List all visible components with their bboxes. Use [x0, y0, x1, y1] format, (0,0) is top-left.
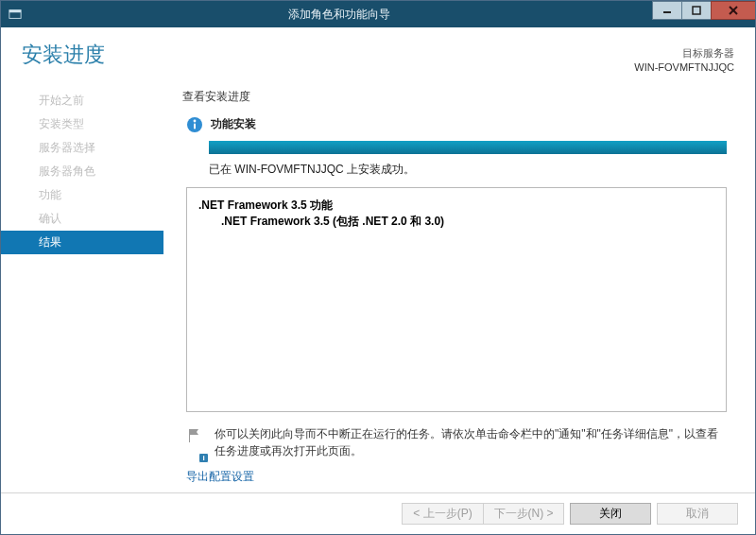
nav-before-you-begin: 开始之前	[22, 89, 163, 112]
next-button: 下一步(N) >	[483, 503, 564, 525]
target-server-name: WIN-FOVMFTNJJQC	[634, 60, 734, 75]
flag-icon: i	[186, 427, 205, 459]
maximize-button[interactable]	[681, 1, 712, 20]
flag-badge: i	[198, 453, 209, 463]
feature-item: .NET Framework 3.5 (包括 .NET 2.0 和 3.0)	[221, 214, 714, 230]
button-bar: < 上一步(P) 下一步(N) > 关闭 取消	[1, 492, 755, 534]
install-status-text: 功能安装	[211, 116, 256, 132]
svg-rect-3	[693, 7, 700, 14]
feature-group: .NET Framework 3.5 功能	[198, 198, 714, 214]
install-done-line: 已在 WIN-FOVMFTNJJQC 上安装成功。	[209, 162, 734, 178]
results-panel: 查看安装进度 功能安装 已在 WIN-FOVMFTNJJQC 上安装成功。 .N…	[180, 85, 734, 485]
close-note-text: 你可以关闭此向导而不中断正在运行的任务。请依次单击命令栏中的"通知"和"任务详细…	[215, 425, 727, 459]
previous-button: < 上一步(P)	[402, 503, 483, 525]
export-config-link[interactable]: 导出配置设置	[186, 469, 734, 485]
window-buttons	[652, 1, 755, 27]
svg-point-7	[194, 119, 197, 122]
progress-bar	[209, 141, 727, 154]
page-title: 安装进度	[22, 41, 105, 69]
panel-section-title: 查看安装进度	[182, 89, 734, 105]
nav-server-selection: 服务器选择	[22, 136, 163, 160]
nav-installation-type: 安装类型	[22, 112, 163, 136]
close-window-button[interactable]	[711, 1, 756, 20]
target-server-box: 目标服务器 WIN-FOVMFTNJJQC	[634, 46, 734, 76]
app-icon	[5, 4, 26, 25]
titlebar: 添加角色和功能向导	[1, 1, 755, 27]
svg-rect-8	[194, 123, 196, 129]
nav-confirmation: 确认	[22, 207, 163, 231]
minimize-button[interactable]	[652, 1, 682, 20]
cancel-button: 取消	[657, 503, 738, 525]
wizard-nav: 开始之前 安装类型 服务器选择 服务器角色 功能 确认 结果	[22, 85, 163, 485]
close-button[interactable]: 关闭	[570, 503, 651, 525]
info-icon	[186, 116, 203, 133]
svg-rect-1	[9, 10, 21, 13]
window-title: 添加角色和功能向导	[26, 7, 652, 23]
nav-server-roles: 服务器角色	[22, 160, 163, 183]
nav-results[interactable]: 结果	[1, 231, 163, 254]
feature-list: .NET Framework 3.5 功能 .NET Framework 3.5…	[186, 187, 727, 412]
nav-features: 功能	[22, 183, 163, 207]
target-label: 目标服务器	[634, 46, 734, 60]
content-area: 安装进度 目标服务器 WIN-FOVMFTNJJQC 开始之前 安装类型 服务器…	[1, 27, 755, 534]
